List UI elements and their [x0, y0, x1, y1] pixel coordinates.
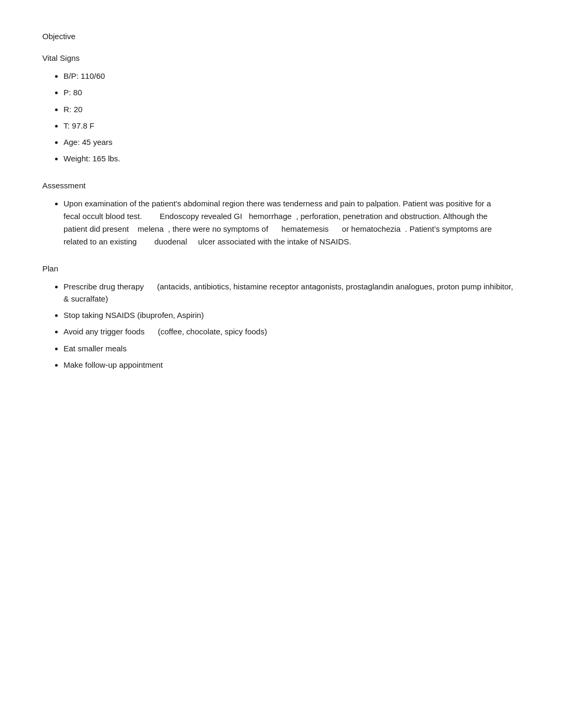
list-item: Upon examination of the patient’s abdomi… [64, 197, 520, 248]
objective-title: Objective [42, 32, 520, 41]
list-item: Weight: 165 lbs. [64, 152, 520, 165]
objective-section: Objective [42, 32, 520, 41]
list-item: P: 80 [64, 86, 520, 98]
list-item: B/P: 110/60 [64, 70, 520, 82]
list-item: Prescribe drug therapy (antacids, antibi… [64, 280, 520, 305]
assessment-title: Assessment [42, 181, 520, 190]
list-item: Eat smaller meals [64, 342, 520, 354]
assessment-list: Upon examination of the patient’s abdomi… [64, 197, 520, 248]
list-item: Age: 45 years [64, 136, 520, 148]
list-item: T: 97.8 F [64, 120, 520, 132]
vital-signs-list: B/P: 110/60 P: 80 R: 20 T: 97.8 F Age: 4… [64, 70, 520, 165]
list-item: R: 20 [64, 103, 520, 115]
plan-section: Plan Prescribe drug therapy (antacids, a… [42, 264, 520, 371]
list-item: Stop taking NSAIDS (ibuprofen, Aspirin) [64, 309, 520, 321]
plan-title: Plan [42, 264, 520, 273]
vital-signs-title: Vital Signs [42, 53, 520, 62]
list-item: Make follow-up appointment [64, 359, 520, 371]
assessment-paragraph: Upon examination of the patient’s abdomi… [64, 197, 497, 248]
list-item: Avoid any trigger foods (coffee, chocola… [64, 325, 520, 338]
vital-signs-section: Vital Signs B/P: 110/60 P: 80 R: 20 T: 9… [42, 53, 520, 165]
plan-list: Prescribe drug therapy (antacids, antibi… [64, 280, 520, 371]
assessment-section: Assessment Upon examination of the patie… [42, 181, 520, 248]
